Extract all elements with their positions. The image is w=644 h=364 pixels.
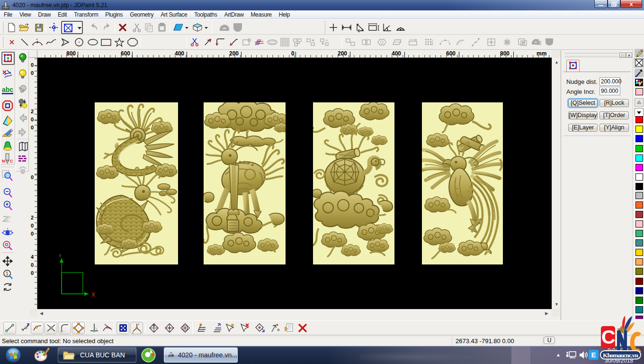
svg-text:1: 1 xyxy=(6,271,9,276)
svg-text:abc: abc xyxy=(2,86,13,93)
svg-text:Y: Y xyxy=(58,255,62,259)
svg-text:C: C xyxy=(10,159,13,164)
svg-text:y: y xyxy=(132,331,134,334)
svg-text:z: z xyxy=(138,323,139,326)
svg-text:X: X xyxy=(91,291,95,298)
svg-text:N: N xyxy=(2,159,5,164)
svg-text:x: x xyxy=(140,331,142,334)
